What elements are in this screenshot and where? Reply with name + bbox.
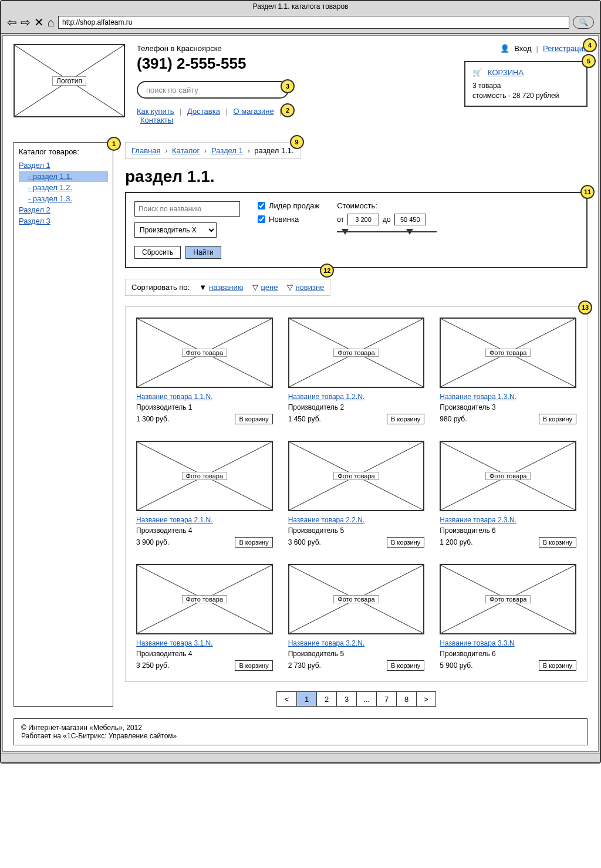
product-image-placeholder[interactable]: Фото товара (288, 318, 425, 388)
sidebar-item[interactable]: Раздел 2 (19, 204, 108, 215)
pagination-page[interactable]: > (416, 691, 436, 707)
nav-how-to-buy[interactable]: Как купить (137, 107, 174, 116)
sidebar-item-link[interactable]: - раздел 1.1. (28, 172, 72, 181)
breadcrumb-home[interactable]: Главная (131, 146, 160, 155)
product-name-link[interactable]: Название товара 2.1.N. (136, 516, 273, 524)
product-brand: Производитель 6 (440, 650, 576, 658)
home-icon[interactable]: ⌂ (48, 16, 55, 29)
pagination-page[interactable]: 2 (316, 691, 336, 707)
add-to-cart-button[interactable]: В корзину (539, 660, 576, 671)
sidebar-item-link[interactable]: Раздел 2 (19, 205, 50, 214)
pagination-page[interactable]: 1 (296, 691, 316, 707)
product-brand: Производитель 3 (440, 403, 576, 411)
add-to-cart-button[interactable]: В корзину (387, 414, 424, 424)
product-card: Фото товараНазвание товара 3.3.NПроизвод… (440, 564, 576, 671)
add-to-cart-button[interactable]: В корзину (387, 660, 424, 671)
nav-contacts[interactable]: Контакты (140, 116, 173, 124)
chevron-right-icon: › (247, 146, 249, 155)
nav-delivery[interactable]: Доставка (187, 107, 220, 116)
sidebar-item-link[interactable]: Раздел 1 (19, 161, 50, 170)
sort-price-icon: ▽ (252, 283, 258, 292)
product-name-link[interactable]: Название товара 1.3.N. (440, 393, 576, 401)
back-icon[interactable]: ⇦ (7, 15, 17, 29)
product-name-link[interactable]: Название товара 1.1.N. (136, 393, 273, 401)
footer-copyright: © Интернет-магазин «Мебель», 2012 (21, 724, 580, 732)
product-name-link[interactable]: Название товара 3.2.N. (288, 639, 425, 647)
product-image-placeholder[interactable]: Фото товара (440, 441, 576, 511)
sidebar-item-link[interactable]: Раздел 3 (19, 217, 50, 225)
product-image-placeholder[interactable]: Фото товара (440, 564, 576, 634)
filter-name-input[interactable] (134, 201, 240, 217)
pagination-page[interactable]: 3 (336, 691, 356, 707)
filter-cost-to-input[interactable] (394, 214, 426, 225)
product-name-link[interactable]: Название товара 3.3.N (440, 639, 576, 647)
sidebar-item[interactable]: - раздел 1.2. (19, 182, 108, 193)
annotation-13: 13 (578, 300, 592, 315)
sidebar-item-link[interactable]: - раздел 1.3. (28, 194, 72, 203)
sidebar-item-link[interactable]: - раздел 1.2. (28, 183, 72, 192)
price-range-slider[interactable] (337, 231, 437, 232)
pagination-page[interactable]: 7 (376, 691, 396, 707)
browser-search-icon[interactable]: 🔍 (573, 16, 594, 29)
product-price: 1 200 руб. (440, 538, 472, 546)
site-search-input[interactable] (137, 81, 289, 99)
slider-handle-max[interactable] (406, 229, 413, 235)
pagination-page[interactable]: < (276, 691, 296, 707)
product-brand: Производитель 4 (136, 526, 273, 535)
add-to-cart-button[interactable]: В корзину (235, 414, 272, 424)
product-image-placeholder[interactable]: Фото товара (136, 318, 273, 388)
sort-by-new[interactable]: новизне (295, 283, 324, 292)
add-to-cart-button[interactable]: В корзину (235, 660, 272, 671)
product-name-link[interactable]: Название товара 1.2.N. (288, 393, 425, 401)
sidebar-item[interactable]: Раздел 1 (19, 160, 108, 171)
url-input[interactable] (58, 16, 569, 29)
cart-title-link[interactable]: КОРЗИНА (488, 68, 524, 77)
product-card: Фото товараНазвание товара 2.3.N.Произво… (440, 441, 576, 548)
sort-by-price[interactable]: цене (261, 283, 278, 292)
pagination-page[interactable]: ... (356, 691, 376, 707)
filter-submit-button[interactable]: Найти (185, 246, 221, 259)
cart-box[interactable]: 🛒 КОРЗИНА 3 товара стоимость - 28 720 ру… (464, 61, 588, 107)
filter-brand-select[interactable]: Производитель X (134, 222, 217, 238)
nav-about[interactable]: О магазине (234, 107, 274, 116)
add-to-cart-button[interactable]: В корзину (235, 537, 272, 548)
nav-divider: | (226, 107, 228, 116)
filter-leader-checkbox[interactable] (258, 202, 265, 210)
logo-placeholder[interactable]: Логотип (13, 44, 125, 117)
annotation-1: 1 (107, 137, 121, 151)
filter-new-checkbox[interactable] (258, 215, 265, 223)
footer: © Интернет-магазин «Мебель», 2012 Работа… (13, 718, 588, 745)
slider-handle-min[interactable] (342, 229, 349, 235)
filter-reset-button[interactable]: Сбросить (134, 246, 181, 259)
product-image-placeholder[interactable]: Фото товара (136, 564, 273, 634)
product-image-placeholder[interactable]: Фото товара (288, 441, 425, 511)
product-name-link[interactable]: Название товара 3.1.N. (136, 639, 273, 647)
product-card: Фото товараНазвание товара 3.1.N.Произво… (136, 564, 273, 671)
cart-items-count: 3 товара (472, 82, 579, 90)
add-to-cart-button[interactable]: В корзину (387, 537, 424, 548)
stop-icon[interactable]: ✕ (34, 15, 44, 29)
sort-by-name[interactable]: названию (209, 283, 243, 292)
login-link[interactable]: Вход (514, 44, 531, 53)
product-image-placeholder[interactable]: Фото товара (440, 318, 576, 388)
register-link[interactable]: Регистрация (543, 44, 588, 53)
product-image-placeholder[interactable]: Фото товара (136, 441, 273, 511)
logo-label: Логотип (52, 76, 86, 86)
pagination-page[interactable]: 8 (396, 691, 416, 707)
product-image-label: Фото товара (485, 472, 531, 480)
filter-cost-from-input[interactable] (347, 214, 379, 225)
product-name-link[interactable]: Название товара 2.2.N. (288, 516, 425, 524)
forward-icon[interactable]: ⇨ (21, 15, 31, 29)
chevron-right-icon: › (165, 146, 167, 155)
product-price: 5 900 руб. (440, 661, 472, 670)
add-to-cart-button[interactable]: В корзину (539, 537, 576, 548)
sidebar-item[interactable]: - раздел 1.1. (19, 171, 108, 182)
sidebar-item[interactable]: - раздел 1.3. (19, 193, 108, 204)
breadcrumb-catalog[interactable]: Каталог (172, 146, 200, 155)
sidebar-item[interactable]: Раздел 3 (19, 215, 108, 227)
product-name-link[interactable]: Название товара 2.3.N. (440, 516, 576, 524)
product-price: 1 300 руб. (136, 415, 169, 423)
breadcrumb-section1[interactable]: Раздел 1 (211, 146, 243, 155)
product-image-placeholder[interactable]: Фото товара (288, 564, 425, 634)
add-to-cart-button[interactable]: В корзину (539, 414, 576, 424)
